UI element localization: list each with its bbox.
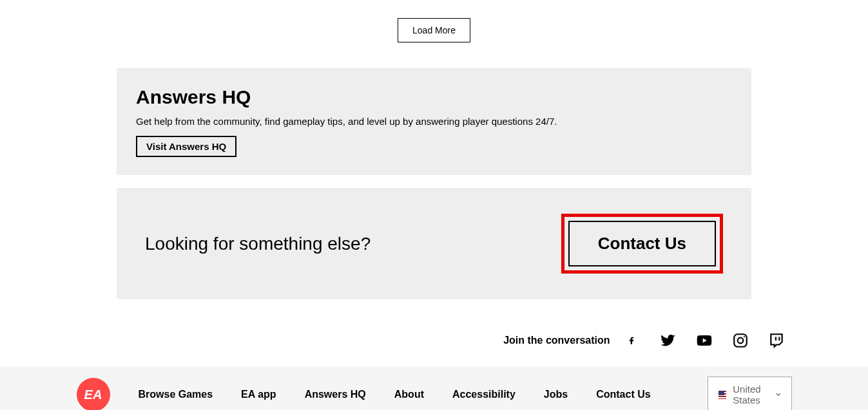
region-label: United States bbox=[733, 384, 769, 405]
footer-bar: EA Browse Games EA app Answers HQ About … bbox=[0, 366, 868, 410]
youtube-icon[interactable] bbox=[695, 331, 713, 349]
facebook-icon[interactable] bbox=[623, 331, 641, 349]
answers-hq-description: Get help from the community, find gamepl… bbox=[136, 116, 732, 127]
answers-hq-panel: Answers HQ Get help from the community, … bbox=[117, 68, 751, 175]
contact-us-button[interactable]: Contact Us bbox=[568, 221, 716, 266]
footer-link-jobs[interactable]: Jobs bbox=[544, 389, 568, 400]
twitch-icon[interactable] bbox=[767, 331, 786, 349]
visit-answers-hq-button[interactable]: Visit Answers HQ bbox=[136, 136, 236, 157]
answers-hq-title: Answers HQ bbox=[136, 86, 732, 108]
twitter-icon[interactable] bbox=[659, 331, 677, 349]
footer-link-ea-app[interactable]: EA app bbox=[241, 389, 276, 400]
footer-link-answers-hq[interactable]: Answers HQ bbox=[305, 389, 366, 400]
region-selector[interactable]: United States bbox=[708, 377, 792, 410]
instagram-icon[interactable] bbox=[731, 331, 749, 349]
contact-highlight: Contact Us bbox=[561, 214, 723, 274]
looking-title: Looking for something else? bbox=[145, 234, 371, 254]
footer-link-accessibility[interactable]: Accessibility bbox=[452, 389, 516, 400]
footer-link-contact-us[interactable]: Contact Us bbox=[596, 389, 650, 400]
footer-link-browse-games[interactable]: Browse Games bbox=[139, 389, 213, 400]
load-more-button[interactable]: Load More bbox=[398, 18, 470, 42]
chevron-down-icon bbox=[776, 392, 781, 397]
ea-logo[interactable]: EA bbox=[77, 378, 110, 410]
load-more-section: Load More bbox=[117, 0, 751, 68]
social-row: Join the conversation bbox=[83, 312, 786, 366]
svg-point-2 bbox=[743, 336, 744, 337]
svg-point-1 bbox=[737, 338, 743, 344]
footer-link-about[interactable]: About bbox=[394, 389, 424, 400]
contact-panel: Looking for something else? Contact Us bbox=[117, 188, 751, 299]
svg-rect-0 bbox=[734, 334, 747, 347]
us-flag-icon bbox=[719, 391, 727, 399]
join-conversation-text: Join the conversation bbox=[503, 335, 610, 346]
